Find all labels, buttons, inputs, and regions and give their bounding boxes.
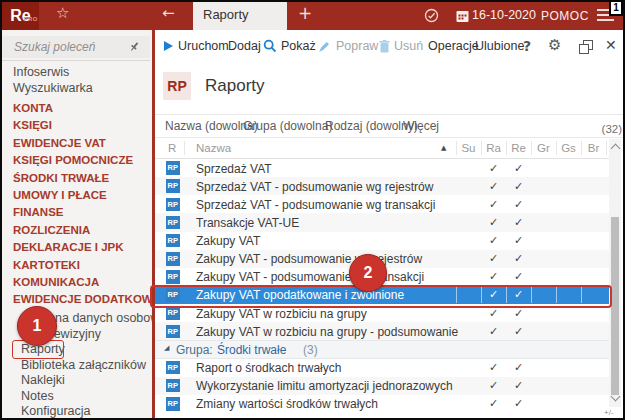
row-name: Raport o środkach trwałych: [196, 361, 341, 375]
table-row[interactable]: RP Sprzedaż VAT - podsumowanie wg rejest…: [155, 177, 609, 195]
filter-more[interactable]: Więcej: [403, 119, 439, 133]
column-header-gs[interactable]: Gs: [556, 142, 581, 154]
group-expanded-icon[interactable]: ◢: [164, 344, 169, 352]
table-row[interactable]: RP Sprzedaż VAT - podsumowanie wg transa…: [155, 195, 609, 213]
search-placeholder: Szukaj poleceń: [14, 40, 95, 54]
record-count: (32): [594, 123, 622, 135]
column-separator: [581, 141, 582, 155]
check-re: ✓: [506, 180, 531, 193]
delete-button[interactable]: Usuń: [394, 38, 423, 55]
sidebar-item-ksiegi[interactable]: KSIĘGI: [0, 117, 152, 134]
sidebar-item-naklejki[interactable]: Naklejki: [0, 373, 152, 389]
close-icon[interactable]: ✕: [605, 37, 617, 53]
check-re: ✓: [506, 361, 531, 374]
sidebar-item-ewidencje-vat[interactable]: EWIDENCJE VAT: [0, 135, 152, 152]
check-re: ✓: [506, 234, 531, 247]
sidebar-item-ksiegi-pomocnicze[interactable]: KSIĘGI POMOCNICZE: [0, 152, 152, 169]
back-arrow-icon[interactable]: ←: [162, 4, 175, 22]
column-separator: [506, 141, 507, 155]
table-row[interactable]: RP Zmiany wartości środków trwałych ✓ ✓: [155, 395, 609, 413]
report-type-icon: RP: [166, 325, 180, 339]
table-row[interactable]: RP Zakupy VAT ✓ ✓: [155, 232, 609, 250]
status-check-icon[interactable]: [424, 8, 439, 27]
sort-ascending-icon[interactable]: ▲: [441, 144, 446, 152]
sidebar-item-finanse[interactable]: FINANSE: [0, 204, 152, 221]
sidebar-item-biblioteka-zalacznikow[interactable]: Biblioteka załączników: [0, 358, 152, 374]
run-icon: [164, 41, 173, 51]
table-row[interactable]: RP Sprzedaż VAT ✓ ✓: [155, 159, 609, 177]
edit-button[interactable]: Popraw: [336, 38, 378, 55]
expand-collapse-toggle[interactable]: +/-: [604, 408, 614, 417]
command-search-input[interactable]: Szukaj poleceń: [2, 36, 150, 58]
new-tab-icon[interactable]: +: [298, 3, 312, 23]
table-row[interactable]: RP Transakcje VAT-UE ✓ ✓: [155, 213, 609, 231]
check-ra: ✓: [481, 234, 506, 247]
help-button[interactable]: ?: [523, 38, 531, 54]
pin-icon[interactable]: [129, 41, 140, 52]
report-type-icon: RP: [166, 234, 180, 248]
report-type-icon: RP: [166, 161, 180, 175]
row-name: Zakupy VAT: [196, 234, 260, 248]
sidebar-item-konfiguracja[interactable]: Konfiguracja: [0, 404, 152, 420]
operations-button[interactable]: Operacje: [428, 38, 479, 55]
favorites-star-icon[interactable]: ☆: [56, 4, 69, 22]
current-date[interactable]: 16-10-2020: [472, 8, 536, 22]
help-menu[interactable]: POMOC: [541, 9, 589, 23]
sidebar-item-komunikacja[interactable]: KOMUNIKACJA: [0, 274, 152, 291]
column-header-br[interactable]: Br: [581, 142, 606, 154]
run-button[interactable]: Uruchom: [178, 38, 229, 55]
column-header-gr[interactable]: Gr: [531, 142, 556, 154]
report-type-icon: RP: [166, 306, 180, 320]
annotation-box-selected-row: [150, 285, 612, 309]
column-header-su[interactable]: Su: [456, 142, 481, 154]
sidebar-item-deklaracje-i-jpk[interactable]: DEKLARACJE I JPK: [0, 239, 152, 256]
check-ra: ✓: [481, 198, 506, 211]
page-title: Raporty: [205, 76, 265, 96]
check-re: ✓: [506, 198, 531, 211]
row-name: Sprzedaż VAT: [196, 162, 272, 176]
sidebar-item-ewidencje-dodatkowe[interactable]: EWIDENCJE DODATKOWE: [0, 291, 152, 308]
sidebar-item-notes[interactable]: Notes: [0, 389, 152, 405]
calendar-icon[interactable]: [456, 9, 469, 27]
column-header-nazwa[interactable]: Nazwa: [196, 142, 231, 154]
filter-group[interactable]: Grupa (dowolna): [243, 119, 332, 133]
row-name: Sprzedaż VAT - podsumowanie wg rejestrów: [196, 180, 433, 194]
check-ra: ✓: [481, 397, 506, 410]
add-button[interactable]: Dodaj: [228, 38, 261, 55]
restore-window-icon[interactable]: [579, 40, 592, 53]
table-row[interactable]: RP Wykorzystanie limitu amortyzacji jedn…: [155, 377, 609, 395]
favorites-button[interactable]: Ulubione: [475, 38, 524, 55]
logo-pro-badge: PRO: [23, 5, 38, 33]
sidebar-item-srodki-trwale[interactable]: ŚRODKI TRWAŁE: [0, 170, 152, 187]
sidebar-item-infoserwis[interactable]: Infoserwis: [0, 64, 152, 80]
show-button[interactable]: Pokaż: [281, 38, 316, 55]
top-bar: RePRO ☆ ← Raporty + 16-10-2020 POMOC 1: [0, 0, 625, 30]
column-header-r[interactable]: R: [168, 142, 176, 154]
row-name: Zakupy VAT w rozbiciu na grupy - podsumo…: [196, 325, 458, 339]
sidebar-item-konta[interactable]: KONTA: [0, 100, 152, 117]
sidebar-item-rozliczenia[interactable]: ROZLICZENIA: [0, 222, 152, 239]
sidebar-item-wyszukiwarka[interactable]: Wyszukiwarka: [0, 80, 152, 96]
column-header-ra[interactable]: Ra: [481, 142, 506, 154]
column-separator: [184, 141, 185, 155]
report-type-icon: RP: [166, 379, 180, 393]
scroll-up-icon[interactable]: [611, 144, 621, 154]
sidebar-item-kartoteki[interactable]: KARTOTEKI: [0, 257, 152, 274]
tab-raporty[interactable]: Raporty: [193, 0, 287, 30]
check-ra: ✓: [481, 162, 506, 175]
sidebar: Szukaj poleceń Infoserwis Wyszukiwarka K…: [0, 30, 152, 420]
column-header-re[interactable]: Re: [506, 142, 531, 154]
app-logo[interactable]: RePRO: [2, 2, 39, 30]
scrollbar-thumb[interactable]: [611, 217, 619, 395]
table-row[interactable]: RP Raport o środkach trwałych ✓ ✓: [155, 359, 609, 377]
vertical-scrollbar[interactable]: [609, 139, 621, 407]
annotation-step-1: 1: [17, 306, 57, 346]
gear-icon[interactable]: ⚙: [548, 36, 561, 54]
sidebar-item-umowy-i-place[interactable]: UMOWY I PŁACE: [0, 187, 152, 204]
table-row[interactable]: RP Zakupy VAT w rozbiciu na grupy - pods…: [155, 322, 609, 340]
check-re: ✓: [506, 270, 531, 283]
group-header-row[interactable]: ◢ Grupa: Środki trwałe (3): [155, 340, 609, 358]
sidebar-divider: [2, 60, 150, 61]
check-ra: ✓: [481, 325, 506, 338]
check-re: ✓: [506, 397, 531, 410]
